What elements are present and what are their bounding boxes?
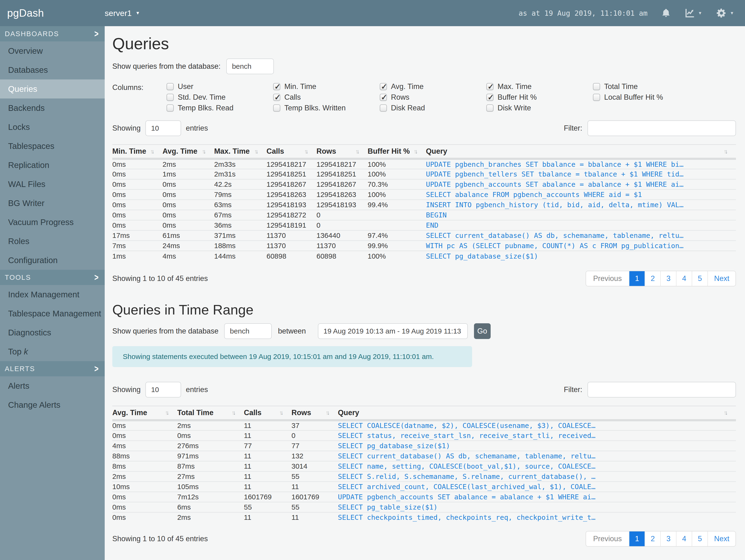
checkbox-checked-icon[interactable] bbox=[486, 94, 493, 101]
query-cell[interactable]: SELECT S.relid, S.schemaname, S.relname,… bbox=[338, 471, 736, 482]
sidebar-section-tools[interactable]: TOOLS> bbox=[0, 270, 105, 285]
database-input[interactable] bbox=[226, 59, 274, 74]
column-header-buffer-hit[interactable]: Buffer Hit %↑↓ bbox=[368, 145, 426, 159]
query-cell[interactable]: BEGIN bbox=[426, 210, 736, 220]
sidebar-section-dashboards[interactable]: DASHBOARDS> bbox=[0, 26, 105, 41]
query-cell[interactable]: SELECT current_database() AS db, scheman… bbox=[338, 451, 736, 461]
sidebar-section-alerts[interactable]: ALERTS> bbox=[0, 361, 105, 376]
column-toggle-disk-write[interactable]: Disk Write bbox=[486, 104, 593, 112]
query-cell[interactable]: SELECT status, receive_start_lsn, receiv… bbox=[338, 430, 736, 440]
query-cell[interactable]: SELECT pg_table_size($1) bbox=[338, 502, 736, 512]
query-cell[interactable]: SELECT pg_database_size($1) bbox=[426, 251, 736, 261]
column-header-query[interactable]: Query↑↓ bbox=[338, 406, 736, 420]
column-header-min-time[interactable]: Min. Time↑↓ bbox=[112, 145, 163, 159]
checkbox-checked-icon[interactable] bbox=[486, 83, 493, 90]
query-cell[interactable]: SELECT abalance FROM pgbench_accounts WH… bbox=[426, 190, 736, 200]
page-button-3[interactable]: 3 bbox=[660, 531, 676, 546]
column-toggle-temp-blks-written[interactable]: Temp Blks. Written bbox=[273, 104, 380, 112]
sidebar-item-vacuum-progress[interactable]: Vacuum Progress bbox=[0, 213, 105, 232]
page-button-2[interactable]: 2 bbox=[645, 531, 660, 546]
column-header-max-time[interactable]: Max. Time↑↓ bbox=[214, 145, 266, 159]
column-toggle-total-time[interactable]: Total Time bbox=[593, 83, 700, 90]
page-previous-button[interactable]: Previous bbox=[586, 531, 629, 546]
sort-icon[interactable]: ↑↓ bbox=[414, 148, 418, 155]
query-cell[interactable]: SELECT current_database() AS db, scheman… bbox=[426, 231, 736, 241]
checkbox-checked-icon[interactable] bbox=[273, 94, 280, 101]
column-header-query[interactable]: Query↑↓ bbox=[426, 145, 736, 159]
query-cell[interactable]: UPDATE pgbench_tellers SET tbalance = tb… bbox=[426, 169, 736, 179]
column-header-rows[interactable]: Rows↑↓ bbox=[317, 145, 368, 159]
entries-count-input[interactable] bbox=[145, 382, 181, 397]
checkbox-unchecked-icon[interactable] bbox=[167, 94, 174, 101]
checkbox-unchecked-icon[interactable] bbox=[167, 83, 174, 90]
sort-icon[interactable]: ↑↓ bbox=[304, 148, 309, 155]
query-cell[interactable]: UPDATE pgbench_accounts SET abalance = a… bbox=[338, 492, 736, 502]
settings-menu[interactable]: ▼ bbox=[716, 8, 734, 19]
column-header-avg-time[interactable]: Avg. Time↑↓ bbox=[163, 145, 214, 159]
notifications-button[interactable] bbox=[661, 8, 671, 18]
filter-input[interactable] bbox=[587, 382, 736, 397]
checkbox-unchecked-icon[interactable] bbox=[486, 104, 493, 111]
sort-icon[interactable]: ↑↓ bbox=[254, 148, 258, 155]
query-cell[interactable]: INSERT INTO pgbench_history (tid, bid, a… bbox=[426, 200, 736, 210]
sidebar-item-diagnostics[interactable]: Diagnostics bbox=[0, 323, 105, 342]
sort-icon[interactable]: ↑↓ bbox=[279, 409, 283, 416]
database-input[interactable] bbox=[224, 323, 272, 339]
go-button[interactable]: Go bbox=[474, 323, 491, 339]
sidebar-item-databases[interactable]: Databases bbox=[0, 60, 105, 79]
page-button-1[interactable]: 1 bbox=[629, 531, 645, 546]
sidebar-item-replication[interactable]: Replication bbox=[0, 156, 105, 175]
query-cell[interactable]: SELECT pg_database_size($1) bbox=[338, 440, 736, 451]
sidebar-item-roles[interactable]: Roles bbox=[0, 232, 105, 251]
column-toggle-local-buffer-hit[interactable]: Local Buffer Hit % bbox=[593, 94, 700, 101]
query-cell[interactable]: SELECT checkpoints_timed, checkpoints_re… bbox=[338, 512, 736, 522]
page-button-4[interactable]: 4 bbox=[676, 531, 692, 546]
page-button-4[interactable]: 4 bbox=[676, 271, 692, 286]
sidebar-item-alerts[interactable]: Alerts bbox=[0, 376, 105, 395]
sort-icon[interactable]: ↑↓ bbox=[325, 409, 330, 416]
column-header-avg-time[interactable]: Avg. Time↑↓ bbox=[112, 406, 177, 420]
column-toggle-max-time[interactable]: Max. Time bbox=[486, 83, 593, 90]
query-cell[interactable]: SELECT COALESCE(datname, $2), COALESCE(u… bbox=[338, 420, 736, 430]
sidebar-item-queries[interactable]: Queries bbox=[0, 79, 105, 98]
checkbox-unchecked-icon[interactable] bbox=[273, 104, 280, 111]
checkbox-checked-icon[interactable] bbox=[273, 83, 280, 90]
checkbox-unchecked-icon[interactable] bbox=[380, 104, 387, 111]
column-toggle-min-time[interactable]: Min. Time bbox=[273, 83, 380, 90]
filter-input[interactable] bbox=[587, 120, 736, 136]
sort-icon[interactable]: ↑↓ bbox=[202, 148, 206, 155]
page-previous-button[interactable]: Previous bbox=[586, 271, 629, 286]
checkbox-unchecked-icon[interactable] bbox=[593, 83, 600, 90]
column-toggle-avg-time[interactable]: Avg. Time bbox=[380, 83, 486, 90]
page-button-2[interactable]: 2 bbox=[645, 271, 660, 286]
sidebar-item-tablespace-management[interactable]: Tablespace Management bbox=[0, 304, 105, 323]
sidebar-item-index-management[interactable]: Index Management bbox=[0, 285, 105, 304]
server-selector[interactable]: server1 ▼ bbox=[105, 8, 140, 18]
checkbox-unchecked-icon[interactable] bbox=[167, 104, 174, 111]
checkbox-checked-icon[interactable] bbox=[380, 94, 387, 101]
checkbox-checked-icon[interactable] bbox=[380, 83, 387, 90]
column-toggle-std-dev-time[interactable]: Std. Dev. Time bbox=[167, 94, 273, 101]
reports-menu[interactable]: ▼ bbox=[685, 8, 702, 18]
sort-icon[interactable]: ↑↓ bbox=[723, 148, 728, 155]
sidebar-item-change-alerts[interactable]: Change Alerts bbox=[0, 395, 105, 415]
sort-icon[interactable]: ↑↓ bbox=[723, 409, 728, 416]
query-cell[interactable]: UPDATE pgbench_accounts SET abalance = a… bbox=[426, 179, 736, 190]
entries-count-input[interactable] bbox=[145, 120, 181, 136]
sort-icon[interactable]: ↑↓ bbox=[150, 148, 155, 155]
sidebar-item-locks[interactable]: Locks bbox=[0, 118, 105, 137]
sidebar-item-bg-writer[interactable]: BG Writer bbox=[0, 194, 105, 213]
sidebar-item-tablespaces[interactable]: Tablespaces bbox=[0, 137, 105, 156]
sidebar-item-overview[interactable]: Overview bbox=[0, 41, 105, 60]
checkbox-unchecked-icon[interactable] bbox=[593, 94, 600, 101]
sidebar-item-configuration[interactable]: Configuration bbox=[0, 251, 105, 270]
date-range-input[interactable] bbox=[318, 323, 468, 339]
column-toggle-disk-read[interactable]: Disk Read bbox=[380, 104, 486, 112]
page-button-5[interactable]: 5 bbox=[692, 271, 707, 286]
query-cell[interactable]: WITH pc AS (SELECT pubname, COUNT(*) AS … bbox=[426, 241, 736, 251]
page-button-1[interactable]: 1 bbox=[629, 271, 645, 286]
page-button-3[interactable]: 3 bbox=[660, 271, 676, 286]
column-header-rows[interactable]: Rows↑↓ bbox=[291, 406, 338, 420]
query-cell[interactable]: SELECT name, setting, COALESCE(boot_val,… bbox=[338, 461, 736, 471]
page-next-button[interactable]: Next bbox=[707, 531, 736, 546]
